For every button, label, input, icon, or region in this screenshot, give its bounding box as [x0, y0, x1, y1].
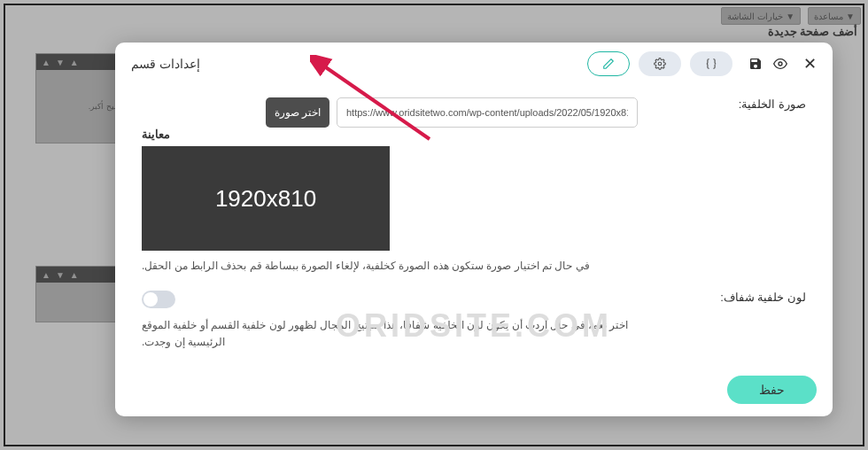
svg-point-0	[658, 62, 662, 66]
pencil-icon	[602, 58, 615, 70]
transparent-help-text: اختر نعم، في حال أردت أن يكون لون الخلفي…	[142, 317, 638, 351]
tab-settings[interactable]	[639, 51, 681, 76]
transparent-label: لون خلفية شفاف:	[691, 291, 806, 351]
bg-help-text: في حال تم اختيار صورة ستكون هذه الصورة ك…	[142, 258, 638, 275]
gear-icon	[654, 58, 666, 70]
save-button[interactable]: حفظ	[727, 376, 817, 404]
eye-icon[interactable]	[773, 57, 787, 71]
bg-image-label: صورة الخلفية:	[691, 97, 806, 275]
bg-preview: 1920x810	[142, 146, 390, 251]
braces-icon	[705, 58, 717, 70]
tab-code[interactable]	[690, 51, 732, 76]
section-settings-modal: إعدادات قسم ✕ ORIDSITE.COM ص	[115, 43, 833, 416]
svg-point-1	[779, 62, 782, 66]
bg-image-url-input[interactable]	[337, 97, 638, 128]
transparent-toggle[interactable]	[142, 291, 175, 308]
modal-title: إعدادات قسم	[131, 57, 200, 71]
preview-label: معاينة	[142, 128, 638, 141]
close-icon[interactable]: ✕	[803, 54, 817, 74]
save-icon[interactable]	[748, 57, 763, 71]
tab-edit[interactable]	[587, 51, 630, 76]
choose-image-button[interactable]: اختر صورة	[266, 97, 329, 128]
